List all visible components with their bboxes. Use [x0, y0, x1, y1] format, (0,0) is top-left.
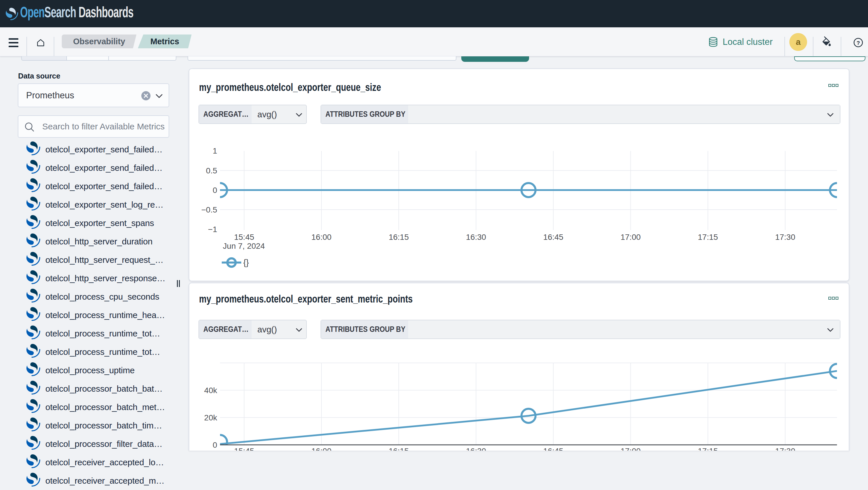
svg-text:17:00: 17:00 [620, 233, 641, 241]
svg-text:16:15: 16:15 [389, 446, 409, 451]
svg-text:0: 0 [213, 186, 217, 195]
svg-text:?: ? [857, 40, 860, 46]
svg-text:15:45: 15:45 [234, 446, 254, 451]
svg-text:{}: {} [243, 258, 249, 267]
svg-text:16:30: 16:30 [466, 233, 486, 241]
svg-text:16:30: 16:30 [466, 446, 486, 451]
svg-text:17:30: 17:30 [775, 446, 795, 451]
svg-text:17:15: 17:15 [698, 446, 718, 451]
svg-text:1: 1 [213, 146, 217, 155]
svg-text:40k: 40k [204, 386, 217, 395]
svg-text:16:00: 16:00 [311, 233, 332, 241]
svg-text:20k: 20k [204, 413, 217, 422]
svg-text:17:30: 17:30 [775, 233, 795, 241]
svg-text:16:00: 16:00 [311, 446, 332, 451]
svg-text:15:45: 15:45 [234, 233, 254, 241]
svg-text:−1: −1 [208, 225, 217, 234]
svg-text:0: 0 [213, 440, 217, 450]
svg-text:17:15: 17:15 [698, 233, 718, 241]
svg-text:16:15: 16:15 [389, 233, 409, 241]
svg-text:16:45: 16:45 [543, 233, 563, 241]
svg-text:Jun 7, 2024: Jun 7, 2024 [223, 241, 265, 251]
svg-text:16:45: 16:45 [543, 446, 563, 451]
svg-text:−0.5: −0.5 [202, 205, 217, 214]
svg-text:0.5: 0.5 [206, 166, 217, 175]
svg-text:17:00: 17:00 [620, 446, 641, 451]
